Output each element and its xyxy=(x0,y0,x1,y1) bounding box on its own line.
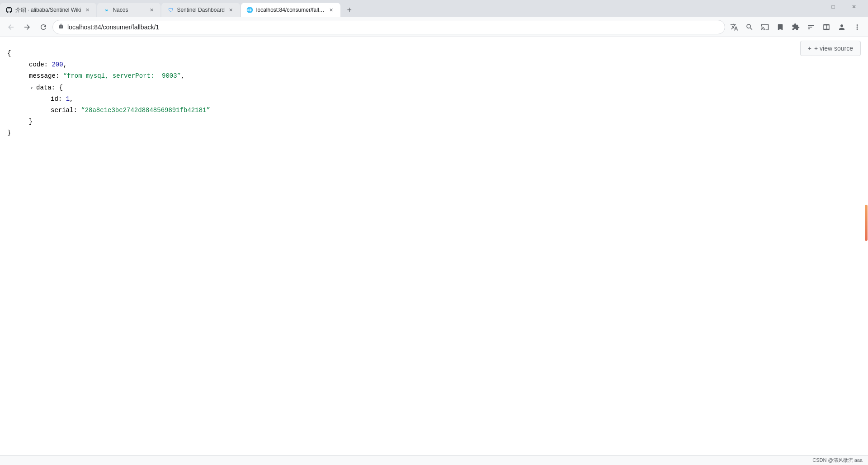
view-source-label: + view source xyxy=(814,45,853,52)
data-close-brace: } xyxy=(29,116,33,127)
tabs-container: 介绍 · alibaba/Sentinel Wiki ✕ ∞ Nacos ✕ 🛡… xyxy=(0,0,798,17)
json-open-brace: { xyxy=(7,48,861,59)
value-message: “from mysql, serverPort: 9003” xyxy=(63,70,181,82)
toolbar: localhost:84/consumer/fallback/1 xyxy=(0,17,868,37)
forward-button[interactable] xyxy=(20,20,34,34)
json-line-serial: serial: “28a8c1e3bc2742d8848569891fb4218… xyxy=(7,105,861,116)
tab-nacos[interactable]: ∞ Nacos ✕ xyxy=(97,3,160,17)
tab-title-localhost: localhost:84/consumer/fallbac xyxy=(256,7,325,13)
json-data-close-brace: } xyxy=(7,116,861,127)
back-button[interactable] xyxy=(4,20,18,34)
key-code: code xyxy=(29,59,44,70)
value-code: 200 xyxy=(52,59,63,70)
key-data: data xyxy=(36,82,52,94)
content-area: + + view source { code: 200, message: “f… xyxy=(0,37,868,455)
reading-list-button[interactable] xyxy=(804,20,818,34)
address-text: localhost:84/consumer/fallback/1 xyxy=(67,23,719,31)
tab-close-localhost[interactable]: ✕ xyxy=(328,6,335,14)
json-line-message: message: “from mysql, serverPort: 9003”, xyxy=(7,70,861,82)
address-bar[interactable]: localhost:84/consumer/fallback/1 xyxy=(52,20,725,34)
scrollbar-thumb[interactable] xyxy=(865,205,868,241)
close-brace: } xyxy=(7,127,11,139)
status-text: CSDN @清风微流 aaa xyxy=(812,457,863,464)
toolbar-actions xyxy=(727,20,864,34)
window-controls: ─ □ ✕ xyxy=(798,0,868,15)
scrollbar[interactable] xyxy=(864,37,868,455)
collapse-data-button[interactable]: ▾ xyxy=(29,85,34,93)
title-bar: 介绍 · alibaba/Sentinel Wiki ✕ ∞ Nacos ✕ 🛡… xyxy=(0,0,868,17)
cast-button[interactable] xyxy=(758,20,772,34)
extensions-button[interactable] xyxy=(788,20,803,34)
tab-favicon-github xyxy=(5,6,13,14)
profile-button[interactable] xyxy=(835,20,849,34)
view-source-plus-icon: + xyxy=(808,45,811,52)
tab-title-nacos: Nacos xyxy=(113,7,145,13)
tab-github[interactable]: 介绍 · alibaba/Sentinel Wiki ✕ xyxy=(0,3,96,17)
translate-button[interactable] xyxy=(727,20,741,34)
status-bar: CSDN @清风微流 aaa xyxy=(0,455,868,465)
json-line-id: id: 1, xyxy=(7,94,861,105)
key-message: message xyxy=(29,70,56,82)
zoom-button[interactable] xyxy=(742,20,757,34)
refresh-button[interactable] xyxy=(36,20,51,34)
tab-favicon-nacos: ∞ xyxy=(103,6,110,14)
json-line-data: ▾data: { xyxy=(7,82,861,94)
tab-localhost[interactable]: 🌐 localhost:84/consumer/fallbac ✕ xyxy=(241,3,340,17)
tab-sentinel[interactable]: 🛡 Sentinel Dashboard ✕ xyxy=(161,3,240,17)
tab-close-sentinel[interactable]: ✕ xyxy=(227,6,235,14)
json-line-code: code: 200, xyxy=(7,59,861,70)
open-brace: { xyxy=(7,48,11,59)
minimize-button[interactable]: ─ xyxy=(802,0,823,14)
value-id: 1 xyxy=(66,94,70,105)
tab-favicon-localhost: 🌐 xyxy=(246,6,254,14)
tab-favicon-sentinel: 🛡 xyxy=(167,6,174,14)
key-serial: serial xyxy=(51,105,73,116)
value-serial: “28a8c1e3bc2742d8848569891fb42181” xyxy=(81,105,210,116)
more-button[interactable] xyxy=(850,20,864,34)
maximize-button[interactable]: □ xyxy=(823,0,844,14)
tab-title-sentinel: Sentinel Dashboard xyxy=(177,7,224,13)
browser-window: 介绍 · alibaba/Sentinel Wiki ✕ ∞ Nacos ✕ 🛡… xyxy=(0,0,868,465)
json-close-brace: } xyxy=(7,127,861,139)
tab-close-nacos[interactable]: ✕ xyxy=(148,6,155,14)
close-button[interactable]: ✕ xyxy=(844,0,864,14)
tab-title-github: 介绍 · alibaba/Sentinel Wiki xyxy=(15,6,81,14)
tab-close-github[interactable]: ✕ xyxy=(84,6,91,14)
sidebar-button[interactable] xyxy=(819,20,834,34)
view-source-button[interactable]: + + view source xyxy=(800,41,861,56)
bookmark-button[interactable] xyxy=(773,20,788,34)
address-lock-icon xyxy=(58,23,64,30)
key-id: id xyxy=(51,94,58,105)
new-tab-button[interactable]: + xyxy=(343,4,356,16)
json-viewer: { code: 200, message: “from mysql, serve… xyxy=(0,44,868,143)
